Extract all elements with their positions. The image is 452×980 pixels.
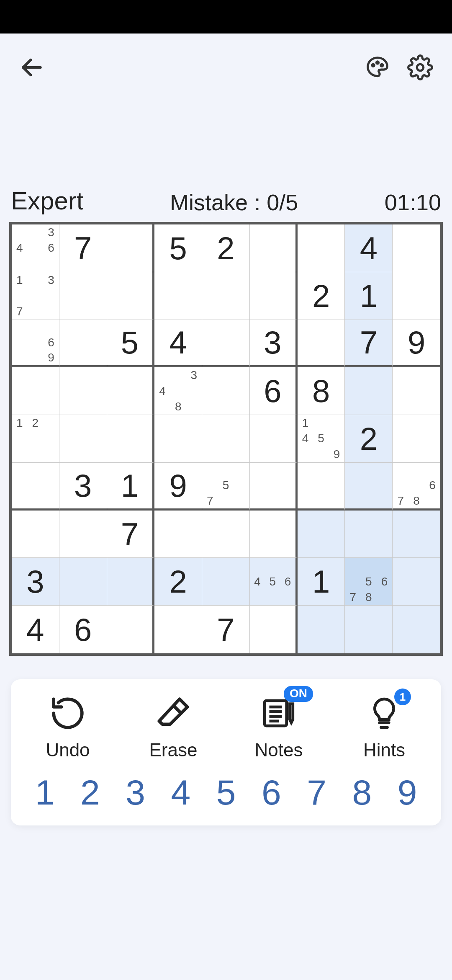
cell-notes: 348: [154, 367, 202, 415]
cell-r1-c8[interactable]: [393, 272, 440, 320]
numpad-9[interactable]: 9: [387, 772, 428, 813]
cell-r1-c5[interactable]: [250, 272, 298, 320]
cell-r0-c7[interactable]: 4: [345, 224, 393, 272]
cell-r7-c5[interactable]: 456: [250, 558, 298, 606]
cell-r3-c5[interactable]: 6: [250, 367, 298, 415]
cell-r2-c7[interactable]: 7: [345, 320, 393, 368]
cell-r1-c7[interactable]: 1: [345, 272, 393, 320]
cell-r6-c2[interactable]: 7: [107, 511, 155, 558]
cell-r0-c5[interactable]: [250, 224, 298, 272]
timer-label: 01:10: [385, 189, 441, 215]
cell-r7-c2[interactable]: [107, 558, 155, 606]
cell-r2-c3[interactable]: 4: [154, 320, 202, 368]
cell-r3-c3[interactable]: 348: [154, 367, 202, 415]
cell-r8-c0[interactable]: 4: [12, 606, 59, 653]
cell-r0-c8[interactable]: [393, 224, 440, 272]
cell-r8-c3[interactable]: [154, 606, 202, 653]
cell-r5-c8[interactable]: 678: [393, 463, 440, 511]
cell-r5-c2[interactable]: 1: [107, 463, 155, 511]
cell-r4-c8[interactable]: [393, 415, 440, 463]
cell-r2-c0[interactable]: 69: [12, 320, 59, 368]
numpad-2[interactable]: 2: [69, 772, 110, 813]
numpad-4[interactable]: 4: [160, 772, 201, 813]
cell-r2-c2[interactable]: 5: [107, 320, 155, 368]
cell-r5-c3[interactable]: 9: [154, 463, 202, 511]
cell-r0-c2[interactable]: [107, 224, 155, 272]
undo-button[interactable]: Undo: [18, 694, 118, 761]
cell-r5-c7[interactable]: [345, 463, 393, 511]
cell-r2-c6[interactable]: [298, 320, 345, 368]
cell-r3-c0[interactable]: [12, 367, 59, 415]
cell-r5-c6[interactable]: [298, 463, 345, 511]
cell-r1-c0[interactable]: 137: [12, 272, 59, 320]
cell-r1-c4[interactable]: [202, 272, 250, 320]
cell-r3-c6[interactable]: 8: [298, 367, 345, 415]
cell-r5-c4[interactable]: 57: [202, 463, 250, 511]
palette-icon[interactable]: [362, 52, 393, 83]
cell-r4-c6[interactable]: 1459: [298, 415, 345, 463]
cell-r3-c7[interactable]: [345, 367, 393, 415]
numpad-3[interactable]: 3: [115, 772, 156, 813]
cell-r8-c4[interactable]: 7: [202, 606, 250, 653]
cell-r6-c1[interactable]: [59, 511, 107, 558]
cell-r3-c1[interactable]: [59, 367, 107, 415]
numpad-8[interactable]: 8: [342, 772, 383, 813]
cell-r6-c7[interactable]: [345, 511, 393, 558]
cell-r1-c2[interactable]: [107, 272, 155, 320]
cell-r7-c6[interactable]: 1: [298, 558, 345, 606]
numpad-5[interactable]: 5: [205, 772, 247, 813]
cell-r3-c8[interactable]: [393, 367, 440, 415]
cell-r7-c1[interactable]: [59, 558, 107, 606]
notes-button[interactable]: ON Notes: [229, 694, 329, 761]
cell-r0-c1[interactable]: 7: [59, 224, 107, 272]
erase-button[interactable]: Erase: [123, 694, 223, 761]
cell-r3-c2[interactable]: [107, 367, 155, 415]
settings-icon[interactable]: [405, 52, 435, 83]
cell-r7-c7[interactable]: 5678: [345, 558, 393, 606]
cell-r0-c6[interactable]: [298, 224, 345, 272]
cell-r1-c1[interactable]: [59, 272, 107, 320]
cell-r7-c3[interactable]: 2: [154, 558, 202, 606]
cell-r2-c4[interactable]: [202, 320, 250, 368]
cell-r5-c0[interactable]: [12, 463, 59, 511]
cell-r2-c8[interactable]: 9: [393, 320, 440, 368]
cell-r0-c3[interactable]: 5: [154, 224, 202, 272]
cell-r4-c5[interactable]: [250, 415, 298, 463]
cell-r0-c0[interactable]: 346: [12, 224, 59, 272]
cell-r0-c4[interactable]: 2: [202, 224, 250, 272]
cell-r4-c4[interactable]: [202, 415, 250, 463]
cell-r1-c3[interactable]: [154, 272, 202, 320]
cell-r8-c7[interactable]: [345, 606, 393, 653]
cell-r2-c1[interactable]: [59, 320, 107, 368]
cell-r8-c6[interactable]: [298, 606, 345, 653]
hints-button[interactable]: 1 Hints: [334, 694, 434, 761]
cell-r7-c8[interactable]: [393, 558, 440, 606]
cell-r6-c8[interactable]: [393, 511, 440, 558]
numpad-7[interactable]: 7: [296, 772, 337, 813]
numpad-6[interactable]: 6: [251, 772, 292, 813]
cell-r2-c5[interactable]: 3: [250, 320, 298, 368]
cell-r4-c2[interactable]: [107, 415, 155, 463]
cell-r6-c4[interactable]: [202, 511, 250, 558]
cell-r4-c0[interactable]: 12: [12, 415, 59, 463]
cell-r6-c6[interactable]: [298, 511, 345, 558]
cell-r3-c4[interactable]: [202, 367, 250, 415]
cell-r6-c0[interactable]: [12, 511, 59, 558]
cell-r4-c7[interactable]: 2: [345, 415, 393, 463]
cell-r6-c5[interactable]: [250, 511, 298, 558]
numpad-1[interactable]: 1: [24, 772, 65, 813]
cell-r1-c6[interactable]: 2: [298, 272, 345, 320]
cell-r8-c1[interactable]: 6: [59, 606, 107, 653]
cell-r4-c3[interactable]: [154, 415, 202, 463]
cell-r8-c2[interactable]: [107, 606, 155, 653]
back-icon[interactable]: [17, 52, 47, 83]
cell-r4-c1[interactable]: [59, 415, 107, 463]
cell-r5-c1[interactable]: 3: [59, 463, 107, 511]
cell-r6-c3[interactable]: [154, 511, 202, 558]
cell-r7-c4[interactable]: [202, 558, 250, 606]
cell-r8-c8[interactable]: [393, 606, 440, 653]
cell-r8-c5[interactable]: [250, 606, 298, 653]
top-bar: [0, 34, 452, 107]
cell-r7-c0[interactable]: 3: [12, 558, 59, 606]
cell-r5-c5[interactable]: [250, 463, 298, 511]
